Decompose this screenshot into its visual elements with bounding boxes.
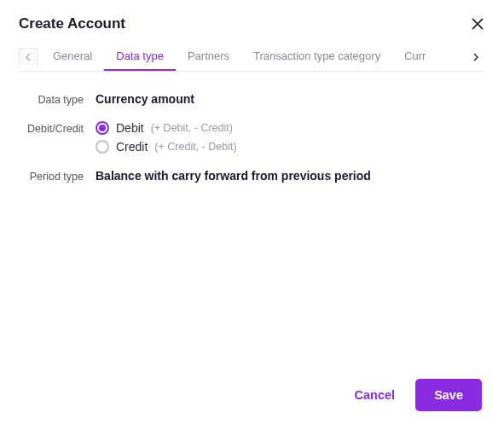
cancel-button[interactable]: Cancel xyxy=(350,381,401,409)
tab-data-type[interactable]: Data type xyxy=(104,43,176,71)
tab-partners[interactable]: Partners xyxy=(176,43,241,71)
credit-radio[interactable] xyxy=(96,140,109,154)
tab-transaction-type-category[interactable]: Transaction type category xyxy=(241,43,392,71)
save-button[interactable]: Save xyxy=(415,379,482,411)
tab-currencies[interactable]: Curr xyxy=(392,43,437,71)
period-type-value: Balance with carry forward from previous… xyxy=(96,169,371,183)
credit-radio-label: Credit xyxy=(116,140,148,154)
debit-radio-hint: (+ Debit, - Credit) xyxy=(151,122,233,134)
debit-credit-radio-group: Debit (+ Debit, - Credit) Credit (+ Cred… xyxy=(96,121,237,154)
tab-scroll-left-button[interactable] xyxy=(19,48,38,67)
tab-scroll-right-button[interactable] xyxy=(466,48,485,67)
debit-radio[interactable] xyxy=(96,121,109,135)
tab-bar: General Data type Partners Transaction t… xyxy=(19,43,485,72)
debit-radio-label: Debit xyxy=(116,121,144,135)
tab-general[interactable]: General xyxy=(41,43,104,71)
dialog-title: Create Account xyxy=(19,15,125,32)
data-type-label: Data type xyxy=(19,92,96,106)
data-type-value: Currency amount xyxy=(96,92,194,106)
debit-credit-label: Debit/Credit xyxy=(19,121,96,135)
close-icon[interactable] xyxy=(470,16,485,32)
credit-radio-hint: (+ Credit, - Debit) xyxy=(154,141,236,153)
period-type-label: Period type xyxy=(19,169,96,183)
